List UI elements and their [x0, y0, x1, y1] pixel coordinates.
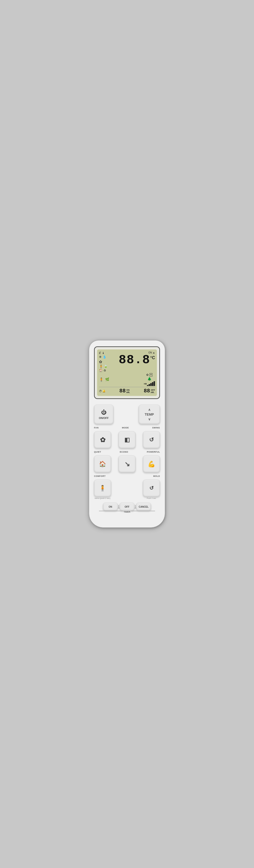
- lcd-clock-icon: ⏱: [99, 390, 102, 393]
- timer-cancel-button[interactable]: CANCEL: [136, 503, 151, 511]
- timer-cancel-label: CANCEL: [139, 505, 149, 508]
- lcd-person2-icon: 🧍: [99, 377, 104, 382]
- lcd-timer-on-label: ON: [126, 389, 130, 391]
- timer-connector-right: [134, 505, 136, 508]
- swing-button[interactable]: ↺: [143, 431, 160, 448]
- row-comfort-mold-labels: COMFORT MOLD: [94, 475, 160, 477]
- lcd-leaf-icon: 🍃: [104, 365, 108, 368]
- lcd-icons-left: Ȼ 🌡 ❄ 💧 ✿ 🧍 🍃 🏠: [99, 351, 108, 372]
- lcd-person-icon: 🧍: [99, 365, 103, 368]
- comfort-sublabel: Menu (push 2 sec): [95, 497, 110, 499]
- mode-label: MODE: [122, 427, 129, 429]
- powerful-button[interactable]: 💪: [143, 456, 160, 472]
- comfort-label: COMFORT: [94, 475, 106, 477]
- lcd-leaf2-icon: 🌿: [105, 377, 109, 382]
- timer-on-button[interactable]: ON: [103, 503, 118, 511]
- lcd-home-icon: 🏠: [99, 369, 103, 372]
- lcd-tree-icon: 🌲: [147, 377, 151, 381]
- mold-button[interactable]: ↺: [143, 480, 160, 497]
- lcd-timer-on-hr-label: HR.: [126, 391, 130, 394]
- power-label: ON/OFF: [99, 416, 109, 420]
- row-quiet-econo-powerful-labels: QUIET ECONO POWERFUL: [94, 451, 160, 453]
- mode-button[interactable]: ◧: [118, 431, 136, 448]
- timer-footer-label: TIMER: [123, 511, 131, 513]
- lcd-timer-row: ⏱ 🔔 88 ON HR. 88 OFF HR.: [99, 387, 155, 394]
- row-fan-mode-swing-labels: FAN MODE SWING: [94, 427, 160, 429]
- row-fan-mode-swing: ✿ ◧ ↺: [94, 431, 160, 448]
- remote-control: Ȼ 🌡 ❄ 💧 ✿ 🧍 🍃 🏠: [89, 340, 165, 528]
- lcd-swing-icon: ⇒: [144, 381, 147, 386]
- timer-connector-left: [118, 505, 120, 508]
- lcd-drop-icon: 💧: [103, 355, 106, 359]
- econo-button[interactable]: ↘: [118, 456, 136, 472]
- powerful-label: POWERFUL: [147, 451, 160, 453]
- lcd-auto-label: A: [149, 373, 153, 376]
- timer-on-label: ON: [109, 505, 112, 508]
- mode-icon: ◧: [124, 436, 130, 443]
- swing-label: SWING: [152, 427, 160, 429]
- power-icon: ⏻: [101, 409, 106, 415]
- fan-button[interactable]: ✿: [94, 431, 111, 448]
- mold-sublabel: Push 2 sec: [147, 497, 156, 499]
- lcd-fan-speed-bars: [147, 381, 155, 386]
- comfort-col: 🧍 Menu (push 2 sec): [94, 480, 111, 499]
- lcd-celsius-icon: Ȼ: [99, 351, 101, 355]
- mold-label: MOLD: [153, 475, 160, 477]
- mold-col: ↺ Push 2 sec: [143, 480, 160, 499]
- row-power-temp: ⏻ ON/OFF ∧ TEMP ∨: [94, 405, 160, 424]
- temp-up-icon: ∧: [148, 408, 150, 411]
- lcd-thermometer-icon: 🌡: [102, 351, 105, 355]
- lcd-fan-icon: ✿: [99, 360, 102, 364]
- econo-label: ECONO: [120, 451, 129, 453]
- lcd-temperature: 88.8: [119, 354, 150, 366]
- lcd-bell-icon: 🔔: [102, 390, 106, 393]
- temp-button[interactable]: ∧ TEMP ∨: [139, 405, 160, 424]
- comfort-button[interactable]: 🧍: [94, 480, 111, 497]
- row-quiet-econo-powerful: 🏠 ↘ 💪: [94, 456, 160, 472]
- quiet-label: QUIET: [94, 451, 101, 453]
- timer-section: ON OFF: [94, 503, 160, 513]
- lcd-snowflake-icon: ❄: [99, 355, 102, 359]
- buttons-section: ⏻ ON/OFF ∧ TEMP ∨ FAN MODE SWING ✿: [94, 405, 160, 513]
- lcd-timer-off-num: 88: [144, 388, 150, 394]
- timer-bracket: TIMER: [94, 511, 160, 513]
- lcd-timer-on-num: 88: [119, 388, 125, 394]
- timer-cancel-col: CANCEL: [136, 503, 151, 511]
- timer-off-label: OFF: [124, 505, 130, 508]
- timer-off-button[interactable]: OFF: [120, 503, 134, 511]
- quiet-button[interactable]: 🏠: [94, 456, 111, 472]
- swing-icon: ↺: [149, 436, 154, 443]
- lcd-timer-off-label: OFF: [151, 389, 155, 391]
- temp-down-icon: ∨: [148, 417, 150, 421]
- timer-off-col: OFF: [120, 503, 134, 511]
- power-button[interactable]: ⏻ ON/OFF: [94, 405, 113, 424]
- lcd-timer-off-hr-label: HR.: [151, 391, 155, 394]
- timer-on-col: ON: [103, 503, 118, 511]
- fan-label: FAN: [94, 427, 99, 429]
- lcd-auto-fan-icon: ✿: [146, 373, 149, 376]
- powerful-icon: 💪: [148, 460, 155, 468]
- comfort-icon: 🧍: [99, 485, 106, 492]
- row-comfort-mold: 🧍 Menu (push 2 sec) ↺ Push 2 sec: [94, 480, 160, 499]
- lcd-unit: °C: [150, 355, 155, 360]
- temp-label: TEMP: [145, 412, 154, 416]
- lcd-recycle-icon: ♻: [104, 369, 106, 372]
- temp-col: ∧ TEMP ∨: [139, 405, 160, 424]
- econo-icon: ↘: [124, 460, 130, 468]
- lcd-middle-section: 🧍 🌿 ✿ A 🌲 ⇒: [99, 373, 155, 386]
- quiet-icon: 🏠: [99, 461, 106, 467]
- fan-icon: ✿: [100, 436, 105, 444]
- lcd-display: Ȼ 🌡 ❄ 💧 ✿ 🧍 🍃 🏠: [94, 346, 160, 399]
- onoff-col: ⏻ ON/OFF: [94, 405, 113, 424]
- mold-icon: ↺: [149, 485, 153, 491]
